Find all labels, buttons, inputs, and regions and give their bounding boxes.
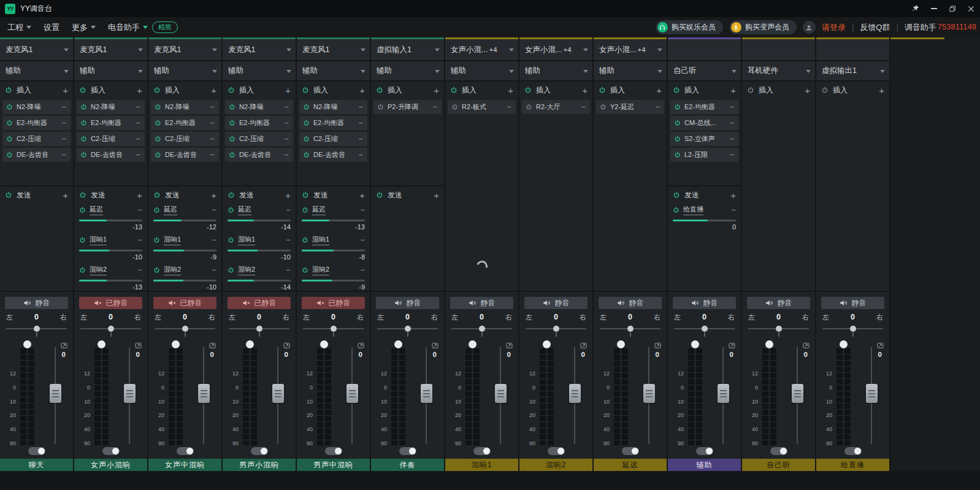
close-button[interactable]	[962, 0, 980, 17]
send-level-slider[interactable]	[153, 220, 216, 221]
power-icon[interactable]	[303, 136, 310, 142]
send-level-slider[interactable]	[79, 220, 142, 221]
channel-enable-toggle[interactable]	[473, 447, 491, 455]
power-icon[interactable]	[6, 151, 13, 158]
collapse-icon[interactable]: −	[212, 236, 216, 244]
collapse-icon[interactable]: −	[212, 266, 216, 274]
add-insert-button[interactable]: +	[879, 86, 884, 95]
peak-indicator[interactable]	[246, 340, 254, 348]
volume-fader[interactable]	[351, 347, 353, 444]
volume-fader[interactable]	[722, 347, 724, 444]
remove-icon[interactable]: −	[136, 151, 140, 159]
insert-plugin[interactable]: R2-板式−	[448, 100, 516, 114]
pan-slider[interactable]	[303, 324, 364, 339]
bus-selector[interactable]: 耳机硬件	[742, 61, 815, 82]
insert-plugin[interactable]: C2-压缩−	[151, 132, 219, 146]
remove-icon[interactable]: −	[729, 135, 734, 143]
power-icon[interactable]	[376, 191, 383, 199]
pan-handle[interactable]	[627, 326, 634, 332]
remove-icon[interactable]: −	[729, 151, 734, 159]
input-selector[interactable]: 麦克风1	[223, 39, 296, 61]
power-icon[interactable]	[229, 136, 235, 142]
expand-icon[interactable]	[877, 340, 884, 351]
mute-button[interactable]: 静音	[524, 297, 588, 309]
volume-fader[interactable]	[203, 347, 204, 444]
volume-fader[interactable]	[574, 347, 575, 444]
insert-plugin[interactable]: N2-降噪−	[151, 100, 219, 114]
power-icon[interactable]	[80, 104, 87, 110]
power-icon[interactable]	[673, 207, 679, 213]
mute-button[interactable]: 静音	[376, 297, 439, 309]
power-icon[interactable]	[524, 86, 532, 94]
power-icon[interactable]	[6, 136, 13, 142]
add-insert-button[interactable]: +	[730, 86, 736, 95]
send-level-slider[interactable]	[302, 220, 365, 221]
peak-indicator[interactable]	[543, 340, 551, 348]
fader-handle[interactable]	[272, 384, 284, 403]
pan-slider[interactable]	[600, 324, 660, 339]
send-level-slider[interactable]	[228, 220, 291, 221]
expand-icon[interactable]	[432, 340, 438, 351]
add-send-button[interactable]: +	[434, 191, 439, 200]
add-insert-button[interactable]: +	[434, 86, 439, 95]
channel-enable-toggle[interactable]	[325, 447, 342, 455]
maximize-button[interactable]	[943, 0, 962, 17]
remove-icon[interactable]: −	[358, 151, 363, 159]
bus-selector[interactable]: 辅助	[519, 61, 592, 82]
add-insert-button[interactable]: +	[508, 86, 513, 95]
remove-icon[interactable]: −	[432, 103, 437, 111]
fader-handle[interactable]	[346, 384, 358, 403]
insert-plugin[interactable]: N2-降噪−	[77, 100, 145, 114]
mute-button[interactable]: 已静音	[228, 297, 291, 309]
bus-selector[interactable]: 辅助	[594, 61, 667, 82]
buy-voice-button[interactable]: 购买变声会员	[729, 20, 797, 34]
mute-button[interactable]: 静音	[747, 297, 810, 309]
power-icon[interactable]	[155, 136, 161, 142]
remove-icon[interactable]: −	[136, 119, 140, 127]
send-level-slider[interactable]	[302, 280, 365, 281]
collapse-icon[interactable]: −	[286, 266, 291, 274]
channel-enable-toggle[interactable]	[844, 447, 862, 455]
power-icon[interactable]	[821, 86, 829, 94]
power-icon[interactable]	[229, 104, 235, 110]
send-level-slider[interactable]	[79, 280, 142, 281]
insert-plugin[interactable]: DE-去齿音−	[2, 148, 71, 162]
collapse-icon[interactable]: −	[137, 206, 142, 214]
bus-selector[interactable]: 辅助	[445, 61, 518, 82]
remove-icon[interactable]: −	[655, 103, 660, 111]
send-name[interactable]: 给直播	[683, 205, 703, 215]
insert-plugin[interactable]: E2-均衡器−	[151, 116, 219, 130]
send-name[interactable]: 延迟	[164, 205, 177, 215]
volume-fader[interactable]	[500, 347, 501, 444]
bus-selector[interactable]: 虚拟输出1	[816, 61, 889, 82]
input-selector[interactable]: 女声小混... +4	[594, 39, 667, 61]
mute-button[interactable]: 已静音	[302, 297, 365, 309]
insert-plugin[interactable]: P2-升降调−	[373, 100, 442, 114]
send-name[interactable]: 延迟	[312, 205, 326, 215]
add-insert-button[interactable]: +	[359, 86, 365, 95]
power-icon[interactable]	[228, 191, 235, 199]
expand-icon[interactable]	[209, 340, 216, 351]
pan-slider[interactable]	[526, 324, 586, 339]
add-insert-button[interactable]: +	[582, 86, 588, 95]
simplified-mode-badge[interactable]: 精简	[152, 21, 178, 33]
power-icon[interactable]	[155, 151, 161, 158]
send-level-slider[interactable]	[673, 220, 736, 221]
peak-indicator[interactable]	[394, 340, 402, 348]
remove-icon[interactable]: −	[581, 103, 586, 111]
collapse-icon[interactable]: −	[286, 206, 291, 214]
power-icon[interactable]	[5, 86, 12, 94]
fader-handle[interactable]	[792, 384, 803, 403]
remove-icon[interactable]: −	[210, 119, 215, 127]
peak-indicator[interactable]	[172, 340, 180, 348]
insert-plugin[interactable]: DE-去齿音−	[151, 148, 219, 162]
send-name[interactable]: 混响1	[90, 235, 107, 245]
power-icon[interactable]	[155, 120, 161, 126]
volume-fader[interactable]	[129, 347, 130, 444]
buy-entertainment-button[interactable]: 购买娱乐会员	[656, 20, 723, 34]
bus-selector[interactable]: 自己听	[668, 61, 741, 82]
power-icon[interactable]	[526, 104, 532, 110]
input-selector[interactable]	[742, 39, 815, 61]
peak-indicator[interactable]	[691, 340, 699, 348]
power-icon[interactable]	[600, 104, 607, 110]
